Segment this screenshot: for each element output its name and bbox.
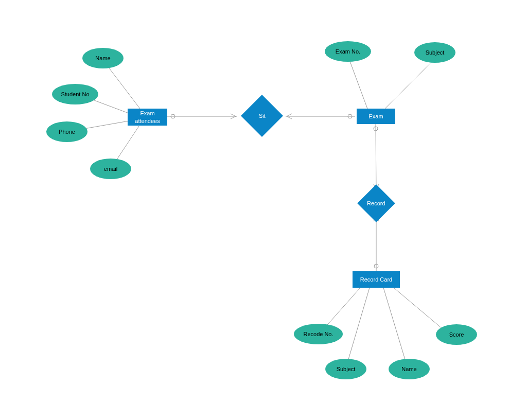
entity-label: Exam attendees (132, 110, 163, 125)
attribute-label: Name (95, 55, 110, 61)
svg-line-16 (383, 288, 408, 368)
svg-line-10 (376, 124, 376, 190)
relationship-label: Sit (259, 113, 266, 119)
attribute-student-no: Student No (52, 84, 98, 104)
attribute-exam-no: Exam No. (325, 41, 371, 62)
attribute-label: Recode No. (303, 331, 333, 337)
attribute-label: Score (449, 331, 464, 338)
svg-line-8 (349, 59, 368, 110)
entity-label: Exam (368, 113, 383, 120)
entity-label: Record Card (360, 276, 392, 283)
attribute-score: Score (436, 324, 477, 345)
attribute-email: email (90, 159, 131, 179)
attribute-label: Exam No. (336, 48, 360, 55)
attribute-subject2: Subject (325, 359, 366, 379)
svg-line-9 (383, 60, 433, 110)
attribute-label: Student No (61, 91, 89, 97)
entity-exam-attendees: Exam attendees (128, 109, 167, 126)
attribute-label: Subject (337, 366, 356, 372)
attribute-subject: Subject (414, 42, 455, 63)
entity-exam: Exam (357, 109, 395, 124)
attribute-label: email (104, 166, 117, 172)
attribute-name: Name (82, 48, 124, 68)
entity-record-card: Record Card (353, 271, 400, 288)
connector-lines (0, 0, 527, 420)
attribute-label: Subject (426, 49, 445, 56)
relationship-label: Record (367, 200, 385, 206)
attribute-name2: Name (389, 359, 430, 379)
attribute-recode-no: Recode No. (294, 324, 343, 344)
attribute-label: Phone (59, 129, 75, 135)
attribute-phone: Phone (46, 121, 87, 142)
attribute-label: Name (401, 366, 416, 372)
